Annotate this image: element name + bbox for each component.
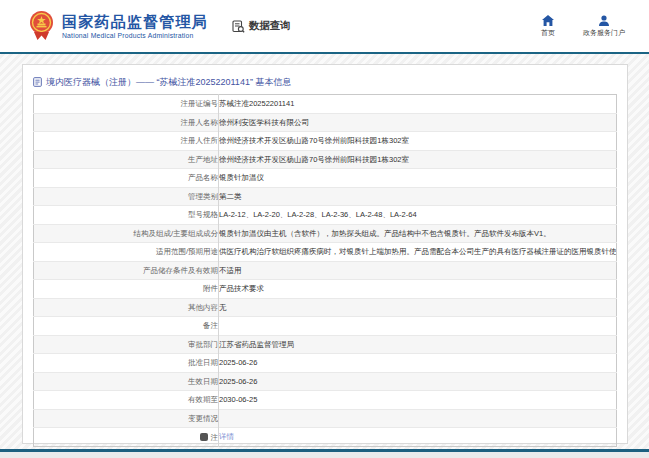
- row-value: 徐州经济技术开发区杨山路70号徐州前阳科技园1栋302室: [219, 150, 617, 169]
- breadcrumb: 境内医疗器械（注册）—— “苏械注准20252201141” 基本信息: [33, 70, 617, 94]
- row-label: 注册证编号: [34, 95, 219, 114]
- row-value: 不适用: [219, 261, 617, 280]
- nmpa-logo[interactable]: 国家药品监督管理局 National Medical Products Admi…: [28, 10, 208, 42]
- row-label: 有效期至: [34, 391, 219, 410]
- row-label: 结构及组成/主要组成成分: [34, 224, 219, 243]
- data-query-tab[interactable]: 数据查询: [232, 19, 291, 33]
- row-value: 产品技术要求: [219, 280, 617, 299]
- row-label: 生效日期: [34, 372, 219, 391]
- table-row: 产品名称 银质针加温仪: [34, 169, 617, 188]
- row-value: LA-2-12、LA-2-20、LA-2-28、LA-2-36、LA-2-48、…: [219, 206, 617, 225]
- row-label: 适用范围/预期用途: [34, 243, 219, 262]
- table-row: 注册证编号 苏械注准20252201141: [34, 95, 617, 114]
- row-label: 生产地址: [34, 150, 219, 169]
- row-value: 银质针加温仪由主机（含软件），加热探头组成。产品结构中不包含银质针。产品软件发布…: [219, 224, 617, 243]
- table-row: 管理类别 第二类: [34, 187, 617, 206]
- user-icon: [598, 15, 610, 26]
- row-value: 2030-06-25: [219, 391, 617, 410]
- nav-home-label: 首页: [541, 28, 555, 38]
- org-name-en: National Medical Products Administration: [62, 32, 208, 39]
- detail-card: 境内医疗器械（注册）—— “苏械注准20252201141” 基本信息 注册证编…: [22, 64, 628, 444]
- row-value: [219, 317, 617, 336]
- page-title: 境内医疗器械（注册）—— “苏械注准20252201141” 基本信息: [46, 76, 291, 89]
- row-label: 产品名称: [34, 169, 219, 188]
- row-label: 批准日期: [34, 354, 219, 373]
- row-value: 江苏省药品监督管理局: [219, 335, 617, 354]
- table-row: 适用范围/预期用途 供医疗机构治疗软组织疼痛疾病时，对银质针上端加热用。产品需配…: [34, 243, 617, 262]
- nav-home[interactable]: 首页: [541, 15, 555, 38]
- row-value: 苏械注准20252201141: [219, 95, 617, 114]
- row-label: 产品储存条件及有效期: [34, 261, 219, 280]
- table-row: 注 详情: [34, 428, 617, 447]
- table-row: 生效日期 2025-06-26: [34, 372, 617, 391]
- row-label: 注: [34, 428, 219, 447]
- row-value: 无: [219, 298, 617, 317]
- row-value: 2025-06-26: [219, 354, 617, 373]
- row-value: 徐州利安医学科技有限公司: [219, 113, 617, 132]
- row-label: 管理类别: [34, 187, 219, 206]
- site-header: 国家药品监督管理局 National Medical Products Admi…: [0, 0, 649, 54]
- row-value: [219, 409, 617, 428]
- registration-info-table: 注册证编号 苏械注准20252201141 注册人名称 徐州利安医学科技有限公司…: [33, 94, 617, 447]
- note-icon: [200, 433, 208, 441]
- row-label: 注册人住所: [34, 132, 219, 151]
- table-row: 注册人住所 徐州经济技术开发区杨山路70号徐州前阳科技园1栋302室: [34, 132, 617, 151]
- row-value: 2025-06-26: [219, 372, 617, 391]
- info-table-body: 注册证编号 苏械注准20252201141 注册人名称 徐州利安医学科技有限公司…: [34, 95, 617, 447]
- detail-link[interactable]: 详情: [219, 432, 234, 441]
- national-emblem-icon: [28, 10, 55, 42]
- table-row: 型号规格 LA-2-12、LA-2-20、LA-2-28、LA-2-36、LA-…: [34, 206, 617, 225]
- table-row: 有效期至 2030-06-25: [34, 391, 617, 410]
- table-row: 产品储存条件及有效期 不适用: [34, 261, 617, 280]
- table-row: 变更情况: [34, 409, 617, 428]
- row-label: 审批部门: [34, 335, 219, 354]
- header-nav: 首页 政务服务门户: [541, 15, 625, 38]
- row-value: 徐州经济技术开发区杨山路70号徐州前阳科技园1栋302室: [219, 132, 617, 151]
- row-label: 附件: [34, 280, 219, 299]
- table-row: 注册人名称 徐州利安医学科技有限公司: [34, 113, 617, 132]
- table-row: 其他内容 无: [34, 298, 617, 317]
- row-label: 变更情况: [34, 409, 219, 428]
- row-label: 型号规格: [34, 206, 219, 225]
- footer-bar: [0, 449, 649, 458]
- document-icon: [33, 77, 42, 87]
- row-value: 详情: [219, 428, 617, 447]
- table-row: 备注: [34, 317, 617, 336]
- table-row: 生产地址 徐州经济技术开发区杨山路70号徐州前阳科技园1栋302室: [34, 150, 617, 169]
- row-value: 第二类: [219, 187, 617, 206]
- nav-portal-label: 政务服务门户: [583, 28, 625, 38]
- row-label: 注册人名称: [34, 113, 219, 132]
- org-name-cn: 国家药品监督管理局: [62, 13, 208, 30]
- data-query-icon: [232, 20, 245, 33]
- table-row: 结构及组成/主要组成成分 银质针加温仪由主机（含软件），加热探头组成。产品结构中…: [34, 224, 617, 243]
- data-query-label: 数据查询: [249, 19, 291, 33]
- row-value: 供医疗机构治疗软组织疼痛疾病时，对银质针上端加热用。产品需配合本公司生产的具有医…: [219, 243, 617, 262]
- home-icon: [542, 15, 554, 26]
- row-label: 备注: [34, 317, 219, 336]
- table-row: 附件 产品技术要求: [34, 280, 617, 299]
- row-label: 其他内容: [34, 298, 219, 317]
- table-row: 批准日期 2025-06-26: [34, 354, 617, 373]
- table-row: 审批部门 江苏省药品监督管理局: [34, 335, 617, 354]
- row-value: 银质针加温仪: [219, 169, 617, 188]
- nav-portal[interactable]: 政务服务门户: [583, 15, 625, 38]
